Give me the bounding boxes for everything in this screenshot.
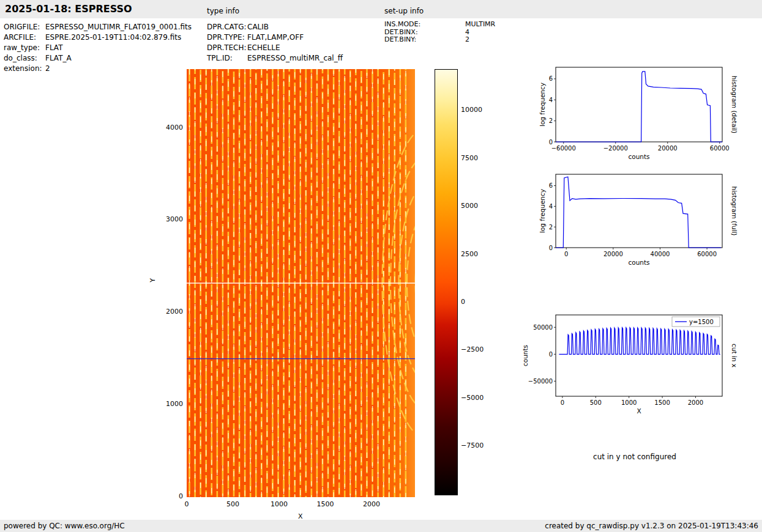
meta-value: FLAT,LAMP,OFF [247,33,304,42]
meta-label: DPR.TYPE: [207,32,247,43]
setup-info-block: INS.MODE:MULTIMR DET.BINX:4 DET.BINY:2 [384,21,495,44]
tick-label: 0 [155,492,183,500]
header-bar: 2025-01-18: ESPRESSO type info set-up in… [0,0,762,18]
page-title: 2025-01-18: ESPRESSO [5,3,132,15]
tick-label: y=1500 [689,319,714,325]
tick-label: 5000 [461,202,491,210]
tick-label: 1500 [654,399,670,406]
colorbar [435,69,458,495]
tick-label: 500 [590,399,602,406]
tick-label: −5000 [461,394,491,402]
tick-label: 1000 [155,400,183,408]
meta-row-dprtype: DPR.TYPE:FLAT,LAMP,OFF [207,32,343,43]
tick-label: counts [521,345,529,366]
tick-label: −50000 [528,378,553,385]
meta-value: 4 [465,28,469,36]
histogram_full-svg: 02000040000600000246countslog frequencyh… [520,167,749,274]
tick-label: 20000 [603,251,623,257]
cut-in-x-chart: 0500100015002000−50000050000Xcountscut i… [520,309,749,421]
tick-label: log frequency [539,189,546,233]
meta-row-dprtech: DPR.TECH:ECHELLE [207,43,343,53]
tick-label: 0 [461,298,491,306]
tick-label: 1500 [313,500,338,508]
footer-created-by: created by qc_rawdisp.py v1.2.3 on 2025-… [545,520,758,532]
tick-label: 2000 [359,500,384,508]
tick-label: counts [628,153,649,160]
raw-image-canvas [187,69,415,497]
tick-label: 6 [549,182,553,189]
tick-label: 4000 [155,124,183,131]
tick-label: 0 [564,251,568,257]
tick-label: 60000 [697,251,717,257]
cut-in-y-note: cut in y not configured [520,453,749,461]
cut_in_x-svg: 0500100015002000−50000050000Xcountscut i… [520,309,749,419]
tick-label: 2500 [461,250,491,258]
tick-label: cut in x [731,344,738,368]
file-info-block: ORIGFILE:ESPRESSO_MULTIMR_FLAT019_0001.f… [4,22,192,74]
meta-label: ORIGFILE: [4,22,45,32]
meta-label: DPR.CATG: [207,22,247,32]
meta-label: DET.BINY: [384,36,465,44]
meta-row-tplid: TPL.ID:ESPRESSO_multiMR_cal_ff [207,53,343,64]
meta-row-dprcatg: DPR.CATG:CALIB [207,22,343,32]
tick-label: 2 [549,224,553,231]
meta-label: DPR.TECH: [207,43,247,53]
tick-label: 3000 [155,215,183,223]
meta-label: ARCFILE: [4,32,45,43]
tick-label: 6 [549,75,553,82]
tick-label: 1000 [621,399,637,406]
meta-value: ESPRESSO_multiMR_cal_ff [247,54,343,62]
type-info-heading: type info [207,7,239,15]
tick-label: 50000 [533,324,553,331]
tick-label: 1000 [267,500,291,508]
tick-label: counts [628,259,649,266]
tick-label: −60000 [551,145,576,152]
meta-row-detbiny: DET.BINY:2 [384,36,495,44]
meta-value: ESPRESSO_MULTIMR_FLAT019_0001.fits [45,23,192,31]
tick-label: 4 [549,203,553,210]
tick-label: 2000 [155,308,183,316]
meta-label: TPL.ID: [207,53,247,64]
setup-info-heading: set-up info [384,7,424,15]
tick-label: 0 [561,399,564,406]
meta-value: ECHELLE [247,43,280,52]
tick-label: 60000 [710,145,730,152]
tick-label: 2 [549,117,553,124]
tick-label: 2000 [688,399,703,406]
tick-label: log frequency [539,83,546,127]
tick-label: 500 [221,500,245,508]
tick-label: 7500 [461,154,491,162]
meta-row-origfile: ORIGFILE:ESPRESSO_MULTIMR_FLAT019_0001.f… [4,22,192,32]
meta-value: 2 [45,64,50,73]
tick-label: −2500 [461,345,491,353]
meta-value: FLAT_A [45,54,72,62]
tick-label: 10000 [461,106,491,114]
tick-label: 20000 [658,145,678,152]
tick-label: 0 [549,139,553,146]
tick-label: 40000 [651,251,670,257]
tick-label: 4 [549,97,553,103]
meta-value: ESPRE.2025-01-19T11:04:02.879.fits [45,33,181,42]
meta-row-doclass: do_class:FLAT_A [4,53,192,64]
tick-label: −20000 [603,145,628,152]
meta-row-extension: extension:2 [4,64,192,74]
tick-label: histogram (full) [731,187,738,236]
tick-label: 0 [549,245,553,251]
meta-row-rawtype: raw_type:FLAT [4,43,192,53]
meta-row-insmode: INS.MODE:MULTIMR [384,21,495,29]
tick-label: histogram (detail) [731,76,738,133]
histogram_detail-svg: −60000−2000020000600000246countslog freq… [520,61,749,168]
meta-label: extension: [4,64,45,74]
tick-label: 0 [549,351,553,358]
meta-value: MULTIMR [465,20,495,28]
footer-qc-link[interactable]: powered by QC: www.eso.org/HC [4,520,125,532]
footer-bar: powered by QC: www.eso.org/HC created by… [0,520,762,532]
tick-label: −7500 [461,441,491,449]
meta-value: CALIB [247,23,269,31]
main-y-axis-label: Y [149,278,157,283]
histogram-detail-chart: −60000−2000020000600000246countslog freq… [520,61,749,171]
tick-label: X [637,407,641,415]
meta-row-arcfile: ARCFILE:ESPRE.2025-01-19T11:04:02.879.fi… [4,32,192,43]
qc-report-page: 2025-01-18: ESPRESSO type info set-up in… [0,0,762,532]
meta-label: do_class: [4,53,45,64]
